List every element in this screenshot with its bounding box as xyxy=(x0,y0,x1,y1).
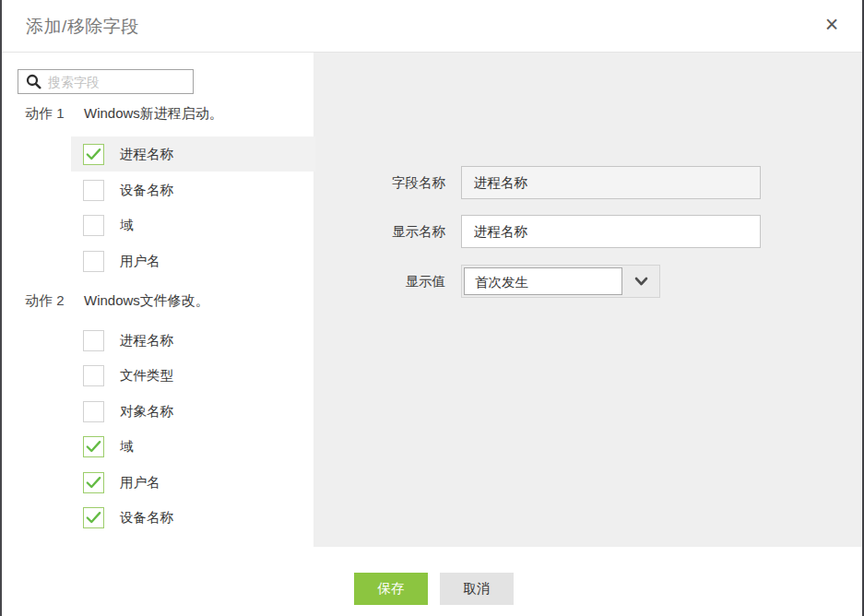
field-name-label: 字段名称 xyxy=(315,174,445,191)
search-icon xyxy=(26,74,41,89)
search-box xyxy=(18,69,194,94)
field-label: 域 xyxy=(120,438,134,456)
field-label: 文件类型 xyxy=(120,367,173,385)
display-value-label: 显示值 xyxy=(315,273,445,290)
group-header-action1: 动作 1 Windows新进程启动。 xyxy=(2,105,314,122)
field-detail-panel xyxy=(314,53,862,547)
checkbox[interactable] xyxy=(83,180,104,201)
cancel-button[interactable]: 取消 xyxy=(440,573,514,605)
field-row[interactable]: 进程名称 xyxy=(71,136,315,172)
dialog-title: 添加/移除字段 xyxy=(26,15,139,39)
save-button[interactable]: 保存 xyxy=(354,573,428,605)
field-label: 对象名称 xyxy=(120,403,173,421)
field-label: 设备名称 xyxy=(120,509,173,527)
checkbox[interactable] xyxy=(83,436,104,457)
field-row[interactable]: 对象名称 xyxy=(71,394,315,429)
field-label: 域 xyxy=(120,217,134,234)
field-row[interactable]: 文件类型 xyxy=(71,358,315,393)
group-label: 动作 2 xyxy=(25,292,65,310)
field-label: 设备名称 xyxy=(120,182,173,199)
field-row[interactable]: 用户名 xyxy=(71,465,315,500)
field-label: 用户名 xyxy=(120,474,160,492)
field-row[interactable]: 域 xyxy=(71,207,315,243)
group-label: 动作 1 xyxy=(25,105,65,123)
group-description: Windows新进程启动。 xyxy=(84,105,223,123)
checkbox[interactable] xyxy=(83,251,104,272)
display-name-label: 显示名称 xyxy=(315,223,445,240)
display-value-select[interactable]: 首次发生 xyxy=(461,265,660,298)
display-name-input[interactable] xyxy=(461,215,761,248)
field-label: 进程名称 xyxy=(120,332,173,349)
checkbox[interactable] xyxy=(83,330,104,351)
add-remove-fields-dialog: 添加/移除字段 × 动作 1 Windows新进程启动。 进程名称 设备名称 xyxy=(0,0,864,616)
field-row[interactable]: 设备名称 xyxy=(71,172,315,207)
field-label: 用户名 xyxy=(120,253,160,270)
field-row[interactable]: 进程名称 xyxy=(71,323,315,358)
field-name-input xyxy=(461,166,761,199)
chevron-down-icon[interactable] xyxy=(622,266,659,297)
field-row[interactable]: 域 xyxy=(71,429,315,464)
checkbox[interactable] xyxy=(83,401,104,422)
group-description: Windows文件修改。 xyxy=(84,292,209,310)
checkbox[interactable] xyxy=(83,365,104,386)
group-header-action2: 动作 2 Windows文件修改。 xyxy=(2,292,314,309)
field-label: 进程名称 xyxy=(120,146,173,163)
checkbox[interactable] xyxy=(83,507,104,528)
selected-option: 首次发生 xyxy=(464,267,622,295)
field-row[interactable]: 用户名 xyxy=(71,243,315,278)
checkbox[interactable] xyxy=(83,472,104,493)
checkbox[interactable] xyxy=(83,144,104,165)
field-row[interactable]: 设备名称 xyxy=(71,500,315,535)
close-icon[interactable]: × xyxy=(818,8,846,40)
checkbox[interactable] xyxy=(83,215,104,236)
dialog-titlebar: 添加/移除字段 × xyxy=(2,0,862,53)
search-input[interactable] xyxy=(41,70,215,93)
